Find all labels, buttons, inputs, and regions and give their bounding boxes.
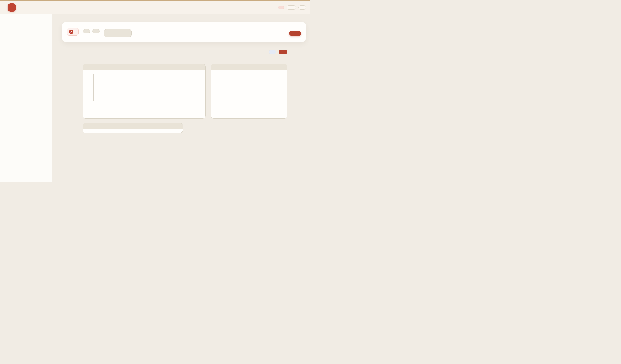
filter-card: ✓ — [62, 22, 307, 42]
busiest-days-list — [83, 129, 183, 133]
date-start-input[interactable] — [83, 29, 90, 33]
period-label-field — [104, 27, 132, 37]
live-data-view-button[interactable] — [269, 50, 276, 54]
monthly-volume-panel — [83, 64, 206, 119]
incident-breakdown-panel — [211, 64, 287, 119]
x-axis-labels — [93, 102, 203, 117]
sample-data-checkbox[interactable]: ✓ — [67, 28, 79, 36]
monthly-volume-header — [83, 64, 206, 70]
connect-neris-button[interactable] — [287, 5, 296, 10]
app-logo — [8, 3, 16, 12]
checkbox-checked-icon: ✓ — [69, 30, 73, 34]
date-end-input[interactable] — [92, 29, 100, 33]
main-content: ✓ — [52, 14, 310, 182]
incident-breakdown-list — [211, 70, 287, 74]
bar-plot — [93, 74, 203, 102]
busiest-days-panel — [83, 123, 183, 133]
sidebar — [0, 14, 52, 182]
date-range-field — [83, 27, 100, 33]
home-button[interactable] — [298, 5, 306, 10]
analyze-trends-button[interactable] — [289, 31, 301, 36]
charts-row — [83, 64, 287, 119]
header-actions — [278, 5, 306, 10]
app-header — [0, 1, 310, 14]
data-source-field: ✓ — [67, 26, 79, 36]
brand — [8, 3, 19, 12]
title-row — [83, 49, 287, 54]
ai-narrative-button[interactable] — [278, 50, 287, 54]
monthly-volume-chart — [83, 70, 206, 119]
busiest-days-header — [83, 123, 183, 129]
beta-badge — [278, 6, 284, 9]
period-label-input[interactable] — [104, 29, 132, 37]
incident-breakdown-header — [211, 64, 287, 70]
y-axis — [87, 73, 92, 103]
